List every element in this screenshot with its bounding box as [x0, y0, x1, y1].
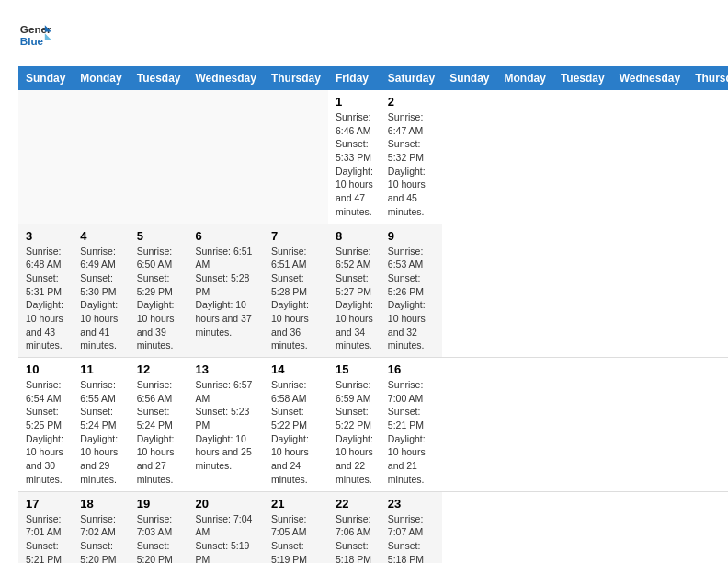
- day-info: Sunrise: 6:51 AM Sunset: 5:28 PM Dayligh…: [195, 245, 256, 339]
- calendar-cell: 23Sunrise: 7:07 AM Sunset: 5:18 PM Dayli…: [381, 491, 442, 563]
- logo: General Blue: [18, 18, 51, 52]
- calendar-cell: 2Sunrise: 6:47 AM Sunset: 5:32 PM Daylig…: [381, 90, 442, 224]
- day-number: 13: [195, 362, 256, 376]
- day-number: 9: [388, 229, 435, 243]
- day-number: 5: [137, 229, 181, 243]
- svg-text:Blue: Blue: [20, 35, 44, 47]
- calendar-cell: 13Sunrise: 6:57 AM Sunset: 5:23 PM Dayli…: [188, 358, 263, 492]
- day-info: Sunrise: 6:46 AM Sunset: 5:33 PM Dayligh…: [336, 110, 373, 219]
- calendar-cell: [264, 90, 328, 224]
- day-number: 22: [336, 497, 373, 511]
- day-number: 19: [137, 497, 181, 511]
- calendar-table: SundayMondayTuesdayWednesdayThursdayFrid…: [18, 66, 728, 563]
- calendar-cell: [18, 90, 73, 224]
- day-number: 7: [271, 229, 321, 243]
- day-info: Sunrise: 6:57 AM Sunset: 5:23 PM Dayligh…: [195, 378, 256, 473]
- day-info: Sunrise: 6:49 AM Sunset: 5:30 PM Dayligh…: [80, 245, 121, 353]
- day-info: Sunrise: 6:52 AM Sunset: 5:27 PM Dayligh…: [336, 245, 373, 353]
- weekday-header-wednesday: Wednesday: [612, 66, 688, 90]
- calendar-cell: 4Sunrise: 6:49 AM Sunset: 5:30 PM Daylig…: [73, 224, 129, 358]
- calendar-cell: 19Sunrise: 7:03 AM Sunset: 5:20 PM Dayli…: [130, 491, 188, 563]
- day-info: Sunrise: 6:54 AM Sunset: 5:25 PM Dayligh…: [26, 378, 65, 487]
- day-number: 23: [388, 497, 435, 511]
- calendar-week-2: 3Sunrise: 6:48 AM Sunset: 5:31 PM Daylig…: [18, 224, 728, 358]
- logo-icon: General Blue: [18, 18, 51, 52]
- calendar-header-row: SundayMondayTuesdayWednesdayThursdayFrid…: [18, 66, 728, 90]
- day-number: 21: [271, 497, 321, 511]
- day-info: Sunrise: 7:04 AM Sunset: 5:19 PM Dayligh…: [195, 512, 256, 564]
- day-number: 14: [271, 362, 321, 376]
- weekday-header-thursday: Thursday: [688, 66, 728, 90]
- weekday-header-thursday: Thursday: [264, 66, 328, 90]
- day-number: 12: [137, 362, 181, 376]
- calendar-cell: 20Sunrise: 7:04 AM Sunset: 5:19 PM Dayli…: [188, 491, 263, 563]
- calendar-cell: [130, 90, 188, 224]
- day-info: Sunrise: 6:59 AM Sunset: 5:22 PM Dayligh…: [336, 378, 373, 487]
- calendar-cell: 16Sunrise: 7:00 AM Sunset: 5:21 PM Dayli…: [381, 358, 442, 492]
- day-number: 8: [336, 229, 373, 243]
- page-header: General Blue: [18, 18, 710, 52]
- day-number: 18: [80, 497, 121, 511]
- day-number: 16: [388, 362, 435, 376]
- weekday-header-sunday: Sunday: [442, 66, 496, 90]
- calendar-cell: [188, 90, 263, 224]
- day-info: Sunrise: 6:50 AM Sunset: 5:29 PM Dayligh…: [137, 245, 181, 353]
- weekday-header-saturday: Saturday: [381, 66, 442, 90]
- day-info: Sunrise: 6:51 AM Sunset: 5:28 PM Dayligh…: [271, 245, 321, 353]
- day-info: Sunrise: 7:06 AM Sunset: 5:18 PM Dayligh…: [336, 512, 373, 564]
- calendar-cell: 5Sunrise: 6:50 AM Sunset: 5:29 PM Daylig…: [130, 224, 188, 358]
- day-info: Sunrise: 7:02 AM Sunset: 5:20 PM Dayligh…: [80, 512, 121, 564]
- calendar-cell: [73, 90, 129, 224]
- calendar-cell: 7Sunrise: 6:51 AM Sunset: 5:28 PM Daylig…: [264, 224, 328, 358]
- weekday-header-monday: Monday: [497, 66, 553, 90]
- day-number: 1: [336, 95, 373, 109]
- calendar-week-1: 1Sunrise: 6:46 AM Sunset: 5:33 PM Daylig…: [18, 90, 728, 224]
- calendar-cell: 11Sunrise: 6:55 AM Sunset: 5:24 PM Dayli…: [73, 358, 129, 492]
- day-info: Sunrise: 7:07 AM Sunset: 5:18 PM Dayligh…: [388, 512, 435, 564]
- day-info: Sunrise: 7:01 AM Sunset: 5:21 PM Dayligh…: [26, 512, 65, 564]
- weekday-header-tuesday: Tuesday: [553, 66, 612, 90]
- calendar-week-3: 10Sunrise: 6:54 AM Sunset: 5:25 PM Dayli…: [18, 358, 728, 492]
- day-number: 3: [26, 229, 65, 243]
- day-info: Sunrise: 7:03 AM Sunset: 5:20 PM Dayligh…: [137, 512, 181, 564]
- calendar-cell: 1Sunrise: 6:46 AM Sunset: 5:33 PM Daylig…: [328, 90, 381, 224]
- calendar-cell: 3Sunrise: 6:48 AM Sunset: 5:31 PM Daylig…: [18, 224, 73, 358]
- day-number: 20: [195, 497, 256, 511]
- day-number: 2: [388, 95, 435, 109]
- calendar-cell: 12Sunrise: 6:56 AM Sunset: 5:24 PM Dayli…: [130, 358, 188, 492]
- day-info: Sunrise: 7:05 AM Sunset: 5:19 PM Dayligh…: [271, 512, 321, 564]
- day-number: 4: [80, 229, 121, 243]
- calendar-cell: 9Sunrise: 6:53 AM Sunset: 5:26 PM Daylig…: [381, 224, 442, 358]
- calendar-cell: 18Sunrise: 7:02 AM Sunset: 5:20 PM Dayli…: [73, 491, 129, 563]
- calendar-cell: 17Sunrise: 7:01 AM Sunset: 5:21 PM Dayli…: [18, 491, 73, 563]
- day-info: Sunrise: 6:55 AM Sunset: 5:24 PM Dayligh…: [80, 378, 121, 487]
- calendar-cell: 14Sunrise: 6:58 AM Sunset: 5:22 PM Dayli…: [264, 358, 328, 492]
- calendar-cell: 21Sunrise: 7:05 AM Sunset: 5:19 PM Dayli…: [264, 491, 328, 563]
- calendar-cell: 6Sunrise: 6:51 AM Sunset: 5:28 PM Daylig…: [188, 224, 263, 358]
- calendar-cell: 22Sunrise: 7:06 AM Sunset: 5:18 PM Dayli…: [328, 491, 381, 563]
- calendar-cell: 10Sunrise: 6:54 AM Sunset: 5:25 PM Dayli…: [18, 358, 73, 492]
- calendar-cell: 8Sunrise: 6:52 AM Sunset: 5:27 PM Daylig…: [328, 224, 381, 358]
- weekday-header-monday: Monday: [73, 66, 129, 90]
- weekday-header-wednesday: Wednesday: [188, 66, 263, 90]
- day-info: Sunrise: 6:53 AM Sunset: 5:26 PM Dayligh…: [388, 245, 435, 353]
- day-number: 15: [336, 362, 373, 376]
- weekday-header-friday: Friday: [328, 66, 381, 90]
- day-info: Sunrise: 6:47 AM Sunset: 5:32 PM Dayligh…: [388, 110, 435, 219]
- day-number: 10: [26, 362, 65, 376]
- calendar-cell: 15Sunrise: 6:59 AM Sunset: 5:22 PM Dayli…: [328, 358, 381, 492]
- weekday-header-tuesday: Tuesday: [130, 66, 188, 90]
- weekday-header-sunday: Sunday: [18, 66, 73, 90]
- calendar-week-4: 17Sunrise: 7:01 AM Sunset: 5:21 PM Dayli…: [18, 491, 728, 563]
- day-info: Sunrise: 6:58 AM Sunset: 5:22 PM Dayligh…: [271, 378, 321, 487]
- day-info: Sunrise: 6:56 AM Sunset: 5:24 PM Dayligh…: [137, 378, 181, 487]
- day-number: 17: [26, 497, 65, 511]
- day-info: Sunrise: 6:48 AM Sunset: 5:31 PM Dayligh…: [26, 245, 65, 353]
- day-info: Sunrise: 7:00 AM Sunset: 5:21 PM Dayligh…: [388, 378, 435, 487]
- day-number: 6: [195, 229, 256, 243]
- day-number: 11: [80, 362, 121, 376]
